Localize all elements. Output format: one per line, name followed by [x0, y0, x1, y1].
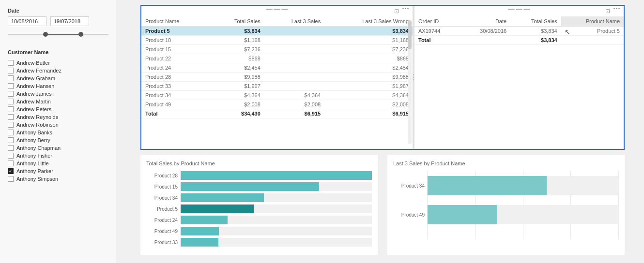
table-row[interactable]: Product 33 $1,967 $1,967: [141, 82, 413, 91]
customer-checkbox[interactable]: [8, 153, 14, 159]
table-row[interactable]: Product 5 $3,834 $3,834: [141, 27, 413, 36]
cell-last3w: $1,168: [324, 36, 413, 45]
customer-checkbox[interactable]: [8, 99, 14, 104]
bar-track: [181, 193, 372, 202]
detail-table: Order ID Date Total Sales Product Name A…: [414, 16, 624, 45]
col-detail-product-name[interactable]: Product Name: [561, 16, 624, 27]
customer-checkbox[interactable]: ✓: [8, 168, 14, 174]
bar-fill: [181, 216, 228, 224]
customer-checkbox[interactable]: [8, 91, 14, 97]
table-row[interactable]: Product 49 $2,008 $2,008 $2,008: [141, 100, 413, 109]
customer-item[interactable]: Anthony Little: [8, 160, 108, 167]
customer-name: Anthony Fisher: [16, 153, 52, 159]
detail-product: Product 5: [561, 27, 624, 36]
slider-thumb-right[interactable]: [78, 32, 83, 37]
chart-bar-row[interactable]: Product 15: [146, 182, 372, 191]
customer-checkbox[interactable]: [8, 130, 14, 135]
table-row[interactable]: Product 34 $4,364 $4,364 $4,364: [141, 91, 413, 100]
customer-item[interactable]: Andrew Robinson: [8, 121, 108, 129]
right-chart-area: Product 34 Product 49: [393, 171, 619, 239]
customer-name: Anthony Little: [16, 161, 49, 166]
customer-item[interactable]: Andrew James: [8, 90, 108, 98]
date-end[interactable]: 19/07/2018: [50, 16, 89, 26]
vertical-scrollbar[interactable]: [408, 20, 412, 144]
table-row[interactable]: Product 10 $1,168 $1,168: [141, 36, 413, 45]
right-bar-track: [428, 205, 619, 224]
right-expand-icon[interactable]: ⊡: [605, 8, 610, 15]
cell-total: $1,168: [209, 36, 264, 45]
right-bar-label: Product 34: [393, 183, 425, 189]
cell-total: $4,364: [209, 91, 264, 100]
bar-fill: [181, 193, 264, 202]
customer-name: Anthony Parker: [16, 168, 53, 174]
chart-bar-row[interactable]: Product 33: [146, 238, 372, 247]
customer-checkbox[interactable]: [8, 106, 14, 112]
cell-total: $2,008: [209, 100, 264, 109]
table-row[interactable]: Product 28 $9,988 $9,988: [141, 73, 413, 82]
customer-checkbox[interactable]: [8, 68, 14, 73]
table-row[interactable]: Product 22 $868 $868: [141, 54, 413, 63]
right-table-container: ⊡ ↖ Order ID Date Total Sales Product Na…: [414, 6, 624, 149]
table-row[interactable]: Product 15 $7,236 $7,236: [141, 45, 413, 54]
customer-checkbox[interactable]: [8, 145, 14, 151]
cell-last3: [264, 54, 324, 63]
date-slider[interactable]: [8, 30, 108, 40]
right-bar-label: Product 49: [393, 212, 425, 218]
chart-bar-row[interactable]: Product 34: [146, 193, 372, 202]
chart-bar-row[interactable]: Product 28: [146, 171, 372, 180]
cell-last3w: $2,454: [324, 63, 413, 73]
cell-product: Product 33: [141, 82, 209, 91]
customer-checkbox[interactable]: [8, 176, 14, 182]
detail-row[interactable]: AX19744 30/08/2016 $3,834 Product 5: [414, 27, 624, 36]
cell-last3: [264, 63, 324, 73]
customer-item[interactable]: Andrew Graham: [8, 74, 108, 82]
cell-last3w: $3,834: [324, 27, 413, 36]
customer-item[interactable]: Anthony Chapman: [8, 144, 108, 152]
customer-checkbox[interactable]: [8, 137, 14, 143]
right-panel-menu-dots[interactable]: [613, 8, 620, 9]
customer-checkbox[interactable]: [8, 114, 14, 120]
customer-item[interactable]: Andrew Reynolds: [8, 113, 108, 121]
col-product-name: Product Name: [141, 16, 209, 27]
chart-bar-row[interactable]: Product 49: [146, 227, 372, 235]
cell-product: Product 15: [141, 45, 209, 54]
customer-item[interactable]: Andrew Hansen: [8, 82, 108, 90]
right-chart-bar-row[interactable]: Product 34: [393, 176, 619, 195]
chart-bar-row[interactable]: Product 24: [146, 216, 372, 224]
customer-name: Anthony Berry: [16, 137, 50, 143]
customer-name: Anthony Banks: [16, 130, 52, 135]
customer-item[interactable]: Andrew Martin: [8, 98, 108, 105]
cell-product: Product 34: [141, 91, 209, 100]
customer-item[interactable]: Anthony Banks: [8, 129, 108, 136]
right-chart-bar-row[interactable]: Product 49: [393, 205, 619, 224]
right-bar-fill: [428, 176, 547, 195]
customer-checkbox[interactable]: [8, 161, 14, 166]
date-section: Date 18/08/2016 19/07/2018: [8, 8, 108, 40]
customer-item[interactable]: Andrew Peters: [8, 105, 108, 113]
table-row[interactable]: Product 24 $2,454 $2,454: [141, 63, 413, 73]
customer-item[interactable]: Anthony Fisher: [8, 152, 108, 160]
customer-checkbox[interactable]: [8, 122, 14, 128]
bar-label: Product 28: [146, 173, 178, 178]
scrollbar-thumb[interactable]: [408, 20, 412, 49]
customer-name: Andrew Fernandez: [16, 68, 61, 73]
chart-bar-row[interactable]: Product 5: [146, 205, 372, 213]
cell-last3w: $4,364: [324, 91, 413, 100]
customer-section: Customer Name Andrew ButlerAndrew Fernan…: [8, 49, 108, 183]
customer-item[interactable]: Anthony Berry: [8, 136, 108, 144]
customer-checkbox[interactable]: [8, 75, 14, 81]
bar-fill: [181, 238, 218, 247]
expand-icon[interactable]: ⊡: [394, 8, 399, 15]
customer-item[interactable]: Andrew Butler: [8, 59, 108, 67]
chart-left-title: Total Sales by Product Name: [146, 161, 372, 166]
customer-item[interactable]: Anthony Simpson: [8, 175, 108, 183]
date-start[interactable]: 18/08/2016: [8, 16, 46, 26]
panel-menu-dots[interactable]: [402, 8, 409, 9]
customer-checkbox[interactable]: [8, 60, 14, 66]
left-panel: Date 18/08/2016 19/07/2018 Customer Name…: [0, 0, 116, 263]
customer-item[interactable]: ✓Anthony Parker: [8, 167, 108, 175]
bar-track: [181, 171, 372, 180]
customer-item[interactable]: Andrew Fernandez: [8, 67, 108, 74]
slider-thumb-left[interactable]: [43, 32, 48, 37]
customer-checkbox[interactable]: [8, 83, 14, 89]
